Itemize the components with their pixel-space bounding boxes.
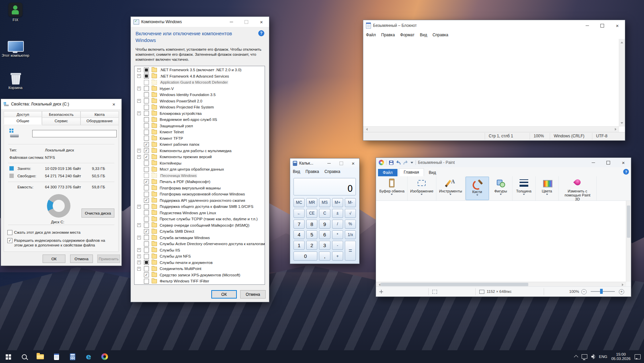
calc-key[interactable]: 0 (293, 252, 317, 261)
feature-item[interactable]: +Сервер очереди сообщений Майкрософт (MS… (135, 222, 265, 229)
feature-item[interactable]: +Hyper-V (135, 86, 265, 92)
expand-icon[interactable]: + (137, 155, 141, 159)
ribbon-group[interactable]: Цвета (536, 176, 559, 200)
scroll-up-icon[interactable] (621, 40, 623, 43)
feature-item[interactable]: +✓Компоненты для работы с мультимедиа (135, 148, 265, 154)
tab[interactable]: Главная (399, 168, 424, 176)
feature-item[interactable]: Контейнеры (135, 160, 265, 167)
scroll-right-icon[interactable] (615, 128, 618, 131)
feature-item[interactable]: ✓Служба SMB Direct (135, 228, 265, 235)
feature-item[interactable]: Windows Projected File System (135, 104, 265, 110)
taskbar-notepad-button[interactable] (48, 350, 64, 363)
menu-item[interactable]: Файл (363, 32, 379, 38)
cancel-button[interactable]: Отмена (70, 255, 93, 263)
feature-checkbox[interactable] (144, 111, 149, 116)
calc-key[interactable]: - (332, 241, 343, 250)
tab[interactable]: Вид (424, 169, 441, 176)
feature-item[interactable]: +.NET Framework 4.8 Advanced Services (135, 73, 265, 80)
horizontal-scrollbar[interactable] (363, 126, 619, 132)
feature-checkbox[interactable] (144, 167, 149, 172)
feature-checkbox[interactable]: ✓ (144, 142, 149, 147)
feature-checkbox[interactable] (144, 86, 149, 91)
calc-key[interactable]: MS (319, 198, 330, 207)
feature-item[interactable]: Простые службы TCPIP (такие как echo, da… (135, 216, 265, 222)
ok-button[interactable]: ОК (43, 255, 65, 263)
menu-item[interactable]: Формат (397, 32, 417, 38)
feature-checkbox[interactable] (144, 210, 149, 215)
maximize-button[interactable] (335, 158, 347, 168)
feature-checkbox[interactable] (144, 235, 149, 240)
disk-titlebar[interactable]: Свойства: Локальный диск (C:) × (1, 99, 121, 109)
action-center-icon[interactable] (635, 354, 641, 359)
menu-item[interactable]: Вид (290, 168, 303, 175)
feature-item[interactable]: ✓Печать в PDF (Майкрософт) (135, 179, 265, 185)
feature-item[interactable]: +Поддержка общего доступа к файлам SMB 1… (135, 203, 265, 210)
tray-chevron-up-icon[interactable] (574, 355, 578, 359)
feature-checkbox[interactable] (144, 217, 149, 222)
feature-item[interactable]: Фильтр Windows TIFF IFilter (135, 278, 265, 284)
close-button[interactable]: × (616, 158, 631, 167)
tab[interactable]: Безопасность (42, 111, 80, 118)
close-button[interactable]: × (347, 158, 359, 168)
scrollbar-thumb[interactable] (381, 283, 528, 286)
minimize-button[interactable] (323, 158, 335, 168)
taskbar-paint-button[interactable] (97, 350, 113, 363)
feature-item[interactable]: +Службы IIS (135, 247, 265, 254)
calc-key[interactable]: = (345, 241, 356, 261)
vertical-scrollbar[interactable] (626, 201, 631, 282)
maximize-button[interactable] (601, 158, 616, 167)
feature-checkbox[interactable] (144, 185, 149, 190)
expand-icon[interactable]: + (137, 223, 141, 227)
feature-checkbox[interactable] (144, 223, 149, 228)
feature-checkbox[interactable] (144, 67, 149, 73)
expand-icon[interactable]: + (137, 236, 141, 239)
feature-checkbox[interactable] (144, 105, 149, 110)
clock[interactable]: 15:00 05.03.2026 (611, 352, 631, 361)
feature-item[interactable]: ✓Средство записи XPS-документов (Microso… (135, 272, 265, 278)
feature-item[interactable]: Защищенный узел (135, 123, 265, 129)
close-button[interactable]: × (610, 20, 625, 31)
feature-checkbox[interactable] (144, 117, 149, 122)
ribbon-group[interactable]: Толщина (513, 176, 536, 200)
feature-checkbox[interactable] (144, 173, 149, 178)
scroll-down-icon[interactable] (621, 122, 623, 125)
feature-checkbox[interactable] (144, 254, 149, 259)
scroll-left-icon[interactable] (377, 283, 380, 286)
feature-item[interactable]: +✓Компоненты прежних версий (135, 154, 265, 160)
ribbon-group[interactable]: Инструменты (436, 176, 465, 200)
feature-checkbox[interactable] (144, 74, 149, 79)
menu-item[interactable]: Вид (417, 32, 430, 38)
taskbar-calculator-button[interactable] (64, 350, 80, 363)
feature-checkbox[interactable]: ✓ (144, 198, 149, 203)
feature-checkbox[interactable] (144, 260, 149, 265)
feature-item[interactable]: ✓Клиент рабочих папок (135, 141, 265, 148)
ribbon-group[interactable]: Изменить с помощью Paint 3D (559, 176, 597, 200)
feature-checkbox[interactable]: ✓ (144, 148, 149, 153)
vertical-scrollbar[interactable] (619, 39, 625, 127)
calc-key[interactable]: ± (332, 209, 343, 218)
menu-item[interactable]: Справка (322, 168, 343, 175)
minimize-button[interactable] (586, 158, 601, 167)
calc-key[interactable]: , (319, 252, 330, 261)
calc-key[interactable]: 7 (293, 220, 305, 229)
ribbon-group[interactable]: Изображение (408, 176, 436, 200)
feature-checkbox[interactable] (144, 279, 149, 284)
help-icon[interactable]: ? (623, 169, 629, 175)
feature-checkbox[interactable] (144, 204, 149, 209)
feature-item[interactable]: Службы Active Directory облегченного дос… (135, 241, 265, 247)
search-button[interactable] (16, 350, 32, 363)
feature-checkbox[interactable] (144, 123, 149, 128)
qat-dropdown-icon[interactable] (411, 162, 413, 165)
feature-item[interactable]: Windows Identity Foundation 3.5 (135, 92, 265, 98)
notepad-titlebar[interactable]: Безымянный – Блокнот × (363, 20, 625, 31)
feature-item[interactable]: +Соединитель MultiPoint (135, 266, 265, 272)
calc-key[interactable]: 3 (319, 241, 330, 250)
expand-icon[interactable]: + (137, 248, 141, 252)
feature-item[interactable]: ✓Поддержка API удаленного разностного сж… (135, 197, 265, 204)
calc-key[interactable]: √ (345, 209, 356, 218)
ribbon-group[interactable]: Фигуры (489, 176, 513, 200)
calc-key[interactable]: 6 (319, 230, 330, 239)
calc-key[interactable]: 8 (306, 220, 317, 229)
calc-key[interactable]: ← (293, 209, 305, 218)
zoom-in-button[interactable]: + (619, 289, 624, 294)
